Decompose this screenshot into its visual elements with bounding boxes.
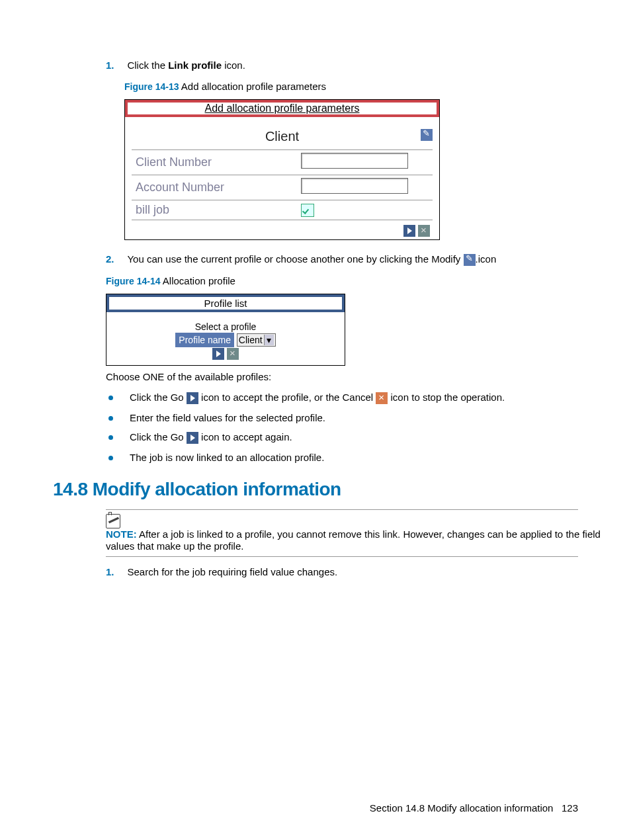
go-icon[interactable] xyxy=(403,225,415,237)
figure-14-13-image: Add allocation profile parameters Client… xyxy=(124,99,440,240)
table-row: bill job xyxy=(132,200,433,220)
profile-select-value: Client xyxy=(239,335,263,345)
dialog-footer xyxy=(132,220,433,239)
list-item: Click the Go icon to accept again. xyxy=(106,431,578,444)
note-icon xyxy=(106,514,120,528)
figure-14-13-caption: Figure 14-13 Add allocation profile para… xyxy=(124,81,578,93)
go-icon xyxy=(187,392,198,404)
account-number-label: Account Number xyxy=(132,175,297,200)
client-header-row: Client xyxy=(132,129,433,144)
profile-list-footer xyxy=(106,348,345,360)
parameters-table: Client Number Account Number bill job xyxy=(132,149,433,220)
profile-select[interactable]: Client▾ xyxy=(237,333,276,347)
table-row: Account Number xyxy=(132,175,433,200)
text: Click the xyxy=(127,60,168,71)
step-text: You can use the current profile or choos… xyxy=(127,253,550,266)
main-content: 1. Click the Link profile icon. Figure 1… xyxy=(106,60,578,463)
step-1-modify: 1. Search for the job requiring field va… xyxy=(106,566,578,578)
profile-name-row: Profile name Client▾ xyxy=(106,335,345,345)
modify-icon xyxy=(464,254,476,266)
page-number: 123 xyxy=(562,802,578,814)
step-1: 1. Click the Link profile icon. xyxy=(106,60,578,71)
client-number-input[interactable] xyxy=(301,153,408,169)
table-row: Client Number xyxy=(132,150,433,175)
bill-job-cell xyxy=(297,200,433,220)
text: You can use the current profile or choos… xyxy=(127,253,463,265)
note-label: NOTE: xyxy=(106,528,137,540)
figure-14-14-image: Profile list Select a profile Profile na… xyxy=(106,294,345,366)
cancel-icon xyxy=(376,392,388,404)
text: icon to stop the operation. xyxy=(388,392,505,403)
step-number: 2. xyxy=(106,253,124,265)
bill-job-label: bill job xyxy=(132,200,297,220)
modify-icon[interactable] xyxy=(421,129,433,141)
go-icon xyxy=(187,432,198,444)
client-number-label: Client Number xyxy=(132,150,297,175)
dialog-title: Add allocation profile parameters xyxy=(205,103,360,114)
account-number-cell xyxy=(297,175,433,200)
cancel-icon[interactable] xyxy=(418,225,430,237)
profile-name-label: Profile name xyxy=(175,333,234,347)
section-content: NOTE: After a job is linked to a profile… xyxy=(106,509,578,578)
client-label: Client xyxy=(265,129,299,144)
bill-job-checkbox[interactable] xyxy=(301,204,314,217)
figure-label: Figure 14-13 xyxy=(124,81,179,92)
link-profile-bold: Link profile xyxy=(168,60,222,71)
text: icon to accept again. xyxy=(198,431,292,442)
step-2: 2. You can use the current profile or ch… xyxy=(106,253,578,266)
text: icon. xyxy=(222,60,245,71)
note-text: After a job is linked to a profile, you … xyxy=(106,528,601,552)
bullet-list: Click the Go icon to accept the profile,… xyxy=(106,392,578,463)
list-item: Click the Go icon to accept the profile,… xyxy=(106,392,578,404)
select-a-profile-label: Select a profile xyxy=(106,321,345,332)
step-number: 1. xyxy=(106,60,124,71)
text: Click the Go xyxy=(130,431,187,442)
page-footer: Section 14.8 Modify allocation informati… xyxy=(370,802,578,814)
note-block: NOTE: After a job is linked to a profile… xyxy=(106,509,578,557)
chevron-down-icon: ▾ xyxy=(264,335,274,345)
profile-list-titlebar: Profile list xyxy=(106,294,345,312)
profile-list-body: Select a profile Profile name Client▾ xyxy=(106,312,345,365)
figure-title: Allocation profile xyxy=(160,275,235,286)
dialog-body: Client Client Number Account Number bill… xyxy=(125,117,439,239)
dialog-titlebar: Add allocation profile parameters xyxy=(125,100,439,117)
note-content: NOTE: After a job is linked to a profile… xyxy=(106,528,609,552)
account-number-input[interactable] xyxy=(301,178,408,194)
section-heading: 14.8 Modify allocation information xyxy=(53,479,578,500)
document-page: 1. Click the Link profile icon. Figure 1… xyxy=(0,0,631,840)
profile-list-title: Profile list xyxy=(204,298,247,309)
figure-label: Figure 14-14 xyxy=(106,276,160,286)
step-text: Click the Link profile icon. xyxy=(127,60,550,71)
figure-14-14-caption: Figure 14-14 Allocation profile xyxy=(106,275,578,287)
figure-title: Add allocation profile parameters xyxy=(179,81,326,92)
cancel-icon[interactable] xyxy=(227,348,239,360)
step-text: Search for the job requiring field value… xyxy=(127,566,550,577)
list-item: The job is now linked to an allocation p… xyxy=(106,452,578,463)
list-item: Enter the field values for the selected … xyxy=(106,412,578,423)
step-number: 1. xyxy=(106,566,124,577)
go-icon[interactable] xyxy=(212,348,224,360)
footer-section: Section 14.8 Modify allocation informati… xyxy=(370,802,554,814)
text: icon to accept the profile, or the Cance… xyxy=(198,392,376,403)
text: Click the Go xyxy=(130,392,187,403)
choose-instruction: Choose ONE of the available profiles: xyxy=(106,371,578,382)
client-number-cell xyxy=(297,150,433,175)
text: .icon xyxy=(476,253,497,265)
